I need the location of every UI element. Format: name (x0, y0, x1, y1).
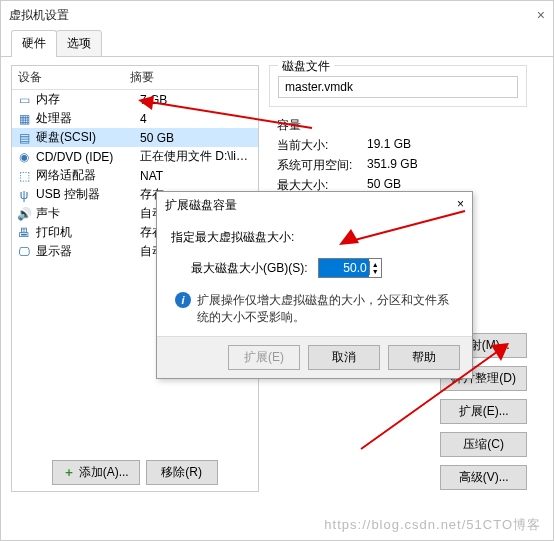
device-row[interactable]: ◉CD/DVD (IDE)正在使用文件 D:\linux镜像文件\C... (12, 147, 258, 166)
footer: https://blog.csdn.net/51CTO博客 (324, 516, 541, 534)
device-name: 内存 (36, 91, 140, 108)
device-name: 声卡 (36, 205, 140, 222)
dialog-info-text: 扩展操作仅增大虚拟磁盘的大小，分区和文件系统的大小不受影响。 (197, 292, 458, 326)
chevron-down-icon[interactable]: ▼ (370, 268, 381, 275)
free-space-label: 系统可用空间: (277, 157, 367, 174)
device-icon: ▤ (16, 130, 32, 146)
remove-button[interactable]: 移除(R) (146, 460, 218, 485)
free-space: 351.9 GB (367, 157, 418, 174)
watermark: https://blog.csdn.net/51CTO博客 (324, 516, 541, 534)
device-icon: 🖵 (16, 244, 32, 260)
device-icon: 🖶 (16, 225, 32, 241)
dialog-close-icon[interactable]: × (457, 197, 464, 214)
dialog-help-button[interactable]: 帮助 (388, 345, 460, 370)
dialog-size-spinner[interactable]: ▲▼ (318, 258, 382, 278)
device-row[interactable]: ▭内存7 GB (12, 90, 258, 109)
capacity-label: 容量 (277, 118, 301, 132)
info-icon: i (175, 292, 191, 308)
device-name: 打印机 (36, 224, 140, 241)
close-icon[interactable]: × (537, 1, 545, 29)
header-device: 设备 (18, 69, 130, 86)
disk-file-group: 磁盘文件 master.vmdk (269, 65, 527, 107)
dialog-title: 扩展磁盘容量 (165, 197, 237, 214)
device-icon: ◉ (16, 149, 32, 165)
device-row[interactable]: ▤硬盘(SCSI)50 GB (12, 128, 258, 147)
vm-settings-window: 虚拟机设置 × 硬件 选项 设备 摘要 ▭内存7 GB▦处理器4▤硬盘(SCSI… (0, 0, 554, 541)
device-icon: ⬚ (16, 168, 32, 184)
current-size: 19.1 GB (367, 137, 411, 154)
device-icon: ψ (16, 187, 32, 203)
device-summary: 7 GB (140, 93, 254, 107)
advanced-button[interactable]: 高级(V)... (440, 465, 527, 490)
device-icon: ▭ (16, 92, 32, 108)
expand-button[interactable]: 扩展(E)... (440, 399, 527, 424)
window-title: 虚拟机设置 (9, 1, 69, 29)
device-row[interactable]: ▦处理器4 (12, 109, 258, 128)
disk-file-label: 磁盘文件 (278, 58, 334, 75)
dialog-field-label: 最大磁盘大小(GB)(S): (191, 260, 308, 277)
compress-button[interactable]: 压缩(C) (440, 432, 527, 457)
device-row[interactable]: ⬚网络适配器NAT (12, 166, 258, 185)
device-name: 硬盘(SCSI) (36, 129, 140, 146)
titlebar: 虚拟机设置 × (1, 1, 553, 29)
expand-dialog: 扩展磁盘容量 × 指定最大虚拟磁盘大小: 最大磁盘大小(GB)(S): ▲▼ i… (156, 191, 473, 379)
device-summary: 50 GB (140, 131, 254, 145)
list-header: 设备 摘要 (12, 66, 258, 90)
dialog-size-input[interactable] (319, 259, 369, 277)
chevron-up-icon[interactable]: ▲ (370, 261, 381, 268)
dialog-specify-label: 指定最大虚拟磁盘大小: (171, 229, 458, 246)
disk-file-field[interactable]: master.vmdk (278, 76, 518, 98)
device-summary: NAT (140, 169, 254, 183)
add-icon: ＋ (63, 465, 75, 479)
device-name: 处理器 (36, 110, 140, 127)
add-button[interactable]: ＋ 添加(A)... (52, 460, 139, 485)
spinner-arrows[interactable]: ▲▼ (369, 261, 381, 275)
tabs: 硬件 选项 (1, 29, 553, 57)
tab-options[interactable]: 选项 (56, 30, 102, 57)
device-icon: 🔊 (16, 206, 32, 222)
device-name: 网络适配器 (36, 167, 140, 184)
dialog-cancel-button[interactable]: 取消 (308, 345, 380, 370)
device-icon: ▦ (16, 111, 32, 127)
device-summary: 4 (140, 112, 254, 126)
device-name: 显示器 (36, 243, 140, 260)
header-summary: 摘要 (130, 69, 252, 86)
current-size-label: 当前大小: (277, 137, 367, 154)
tab-hardware[interactable]: 硬件 (11, 30, 57, 57)
device-name: USB 控制器 (36, 186, 140, 203)
device-name: CD/DVD (IDE) (36, 150, 140, 164)
dialog-expand-button[interactable]: 扩展(E) (228, 345, 300, 370)
device-summary: 正在使用文件 D:\linux镜像文件\C... (140, 148, 254, 165)
